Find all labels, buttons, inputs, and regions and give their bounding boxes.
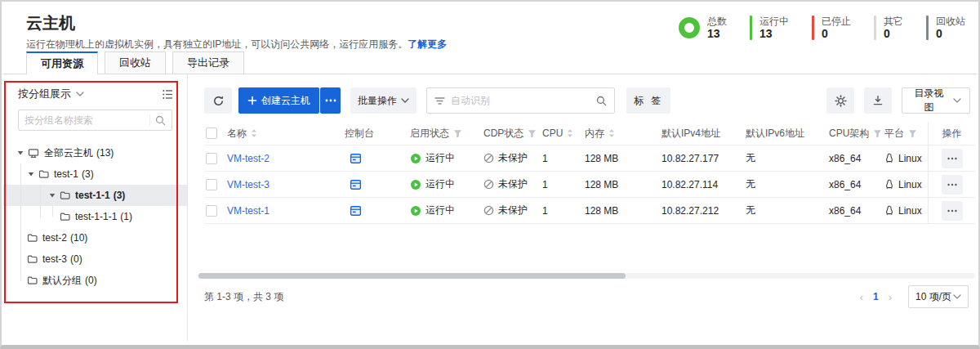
group-search-input[interactable] (24, 114, 149, 126)
platform-value: Linux (898, 153, 922, 164)
stat-label: 已停止 (822, 16, 851, 28)
tree-item-test-3[interactable]: test-3 (0) (3, 248, 187, 270)
group-mode-dropdown[interactable]: 按分组展示 (18, 87, 84, 101)
column-header-8[interactable]: CPU架构 (829, 127, 884, 141)
stat-label: 总数 (707, 16, 727, 28)
cpu-cell: 1 (542, 179, 585, 190)
column-header-4[interactable]: CPU (542, 128, 585, 139)
column-header-5[interactable]: 内存 (585, 127, 662, 141)
console-icon[interactable] (350, 179, 362, 190)
vm-search-input[interactable] (451, 95, 590, 106)
row-more-actions-button[interactable] (942, 149, 963, 168)
batch-operations-button[interactable]: 批量操作 (350, 87, 416, 114)
scrollbar-thumb[interactable] (198, 273, 626, 279)
unprotected-icon (483, 179, 494, 190)
linux-penguin-icon (884, 153, 894, 163)
platform-value: Linux (898, 179, 922, 190)
next-page-button[interactable]: › (887, 291, 893, 303)
sort-icon[interactable] (608, 128, 615, 138)
chevron-down-icon (401, 97, 409, 104)
tag-button[interactable]: 标 签 (626, 87, 670, 114)
prev-page-button[interactable]: ‹ (858, 291, 865, 303)
row-more-actions-button[interactable] (942, 175, 963, 195)
tree-item-test-1-1-1[interactable]: test-1-1-1 (1) (3, 206, 187, 227)
refresh-button[interactable] (204, 87, 232, 114)
console-icon[interactable] (350, 153, 362, 164)
running-status-icon (410, 179, 421, 190)
more-actions-button[interactable] (320, 87, 341, 114)
table-row: VM-test-1 运行中 未保护 1 128 MB 10.82.27.212 … (204, 198, 975, 224)
filter-lines-icon[interactable] (434, 96, 445, 105)
column-header-9[interactable]: 平台 (884, 127, 928, 141)
tree-item-test-2[interactable]: test-2 (10) (3, 227, 187, 248)
tree-item-test-1-1[interactable]: test-1-1 (3) (3, 185, 187, 206)
stat-running: 运行中 13 (750, 16, 789, 40)
tree-item-count: (0) (70, 253, 82, 265)
tree-item-count: (10) (70, 232, 87, 244)
table-row: VM-test-3 运行中 未保护 1 128 MB 10.82.27.114 … (204, 172, 975, 198)
filter-icon[interactable] (528, 129, 537, 138)
caret-down-icon[interactable] (48, 191, 60, 199)
tree-list-view-icon[interactable] (162, 88, 174, 101)
filter-icon[interactable] (873, 129, 882, 138)
console-icon[interactable] (350, 205, 362, 217)
tab-export-records[interactable]: 导出记录 (172, 51, 244, 74)
power-state-label: 运行中 (425, 151, 455, 165)
column-header-label: 启用状态 (410, 127, 449, 141)
column-header-3[interactable]: CDP状态 (483, 127, 542, 141)
caret-down-icon[interactable] (27, 170, 38, 178)
row-actions-cell (928, 145, 975, 171)
chevron-down-icon (76, 91, 84, 97)
settings-button[interactable] (826, 87, 854, 114)
running-status-icon (410, 205, 421, 217)
folder-icon (60, 190, 70, 200)
row-actions-cell (928, 198, 975, 223)
row-checkbox[interactable] (206, 205, 217, 217)
learn-more-link[interactable]: 了解更多 (408, 38, 447, 50)
tag-label: 标 签 (634, 94, 663, 108)
select-all-checkbox[interactable] (206, 128, 217, 139)
stat-value: 0 (884, 28, 903, 40)
row-more-actions-button[interactable] (942, 201, 963, 221)
ipv4-value: 10.82.27.212 (662, 205, 719, 217)
stat-other: 其它 0 (874, 16, 903, 40)
cdp-state-cell: 未保护 (483, 177, 542, 191)
tab-label: 可用资源 (41, 56, 83, 71)
search-icon[interactable] (596, 96, 607, 106)
stat-value: 0 (822, 28, 851, 40)
stat-label: 运行中 (760, 16, 789, 28)
tree-item-all-vms[interactable]: 全部云主机 (13) (3, 142, 187, 163)
row-checkbox[interactable] (206, 179, 217, 190)
vm-table: 名称 控制台 启用状态 CDP状态 CPU 内存 默认IPv4地址 (204, 122, 975, 224)
tab-available-resources[interactable]: 可用资源 (26, 51, 98, 74)
page-number[interactable]: 1 (873, 291, 879, 302)
page-size-select[interactable]: 10 项/页 (908, 285, 969, 308)
tree-item-label: test-1 (54, 168, 78, 180)
row-checkbox[interactable] (206, 153, 217, 164)
tree-item-test-1[interactable]: test-1 (3) (3, 163, 187, 185)
vm-name-link[interactable]: VM-test-1 (227, 205, 270, 217)
tab-recycle-bin[interactable]: 回收站 (105, 51, 166, 74)
filter-icon[interactable] (908, 129, 917, 138)
filter-icon[interactable] (453, 129, 462, 138)
vm-name-link[interactable]: VM-test-2 (227, 153, 270, 164)
column-header-2[interactable]: 启用状态 (410, 127, 483, 141)
cdp-state-label: 未保护 (498, 151, 528, 165)
cpu-value: 1 (542, 179, 548, 190)
stat-icon (812, 16, 814, 40)
tree-item-label: test-3 (42, 253, 67, 265)
sort-icon[interactable] (567, 128, 573, 138)
column-header-0[interactable]: 名称 (227, 127, 345, 141)
caret-down-icon[interactable] (16, 149, 28, 157)
tree-item-default-group[interactable]: 默认分组 (0) (3, 270, 187, 291)
view-mode-dropdown[interactable]: 目录视图 (902, 87, 970, 114)
stat-value: 0 (936, 28, 965, 40)
search-icon[interactable] (155, 115, 166, 126)
create-vm-button[interactable]: 创建云主机 (238, 87, 319, 114)
create-vm-label: 创建云主机 (261, 94, 310, 108)
cpu-value: 1 (542, 153, 548, 164)
cloud-vm-window: 云主机 运行在物理机上的虚拟机实例，具有独立的IP地址，可以访问公共网络，运行应… (0, 0, 980, 349)
export-download-button[interactable] (864, 87, 892, 114)
sort-icon[interactable] (251, 128, 257, 138)
vm-name-link[interactable]: VM-test-3 (227, 179, 270, 190)
